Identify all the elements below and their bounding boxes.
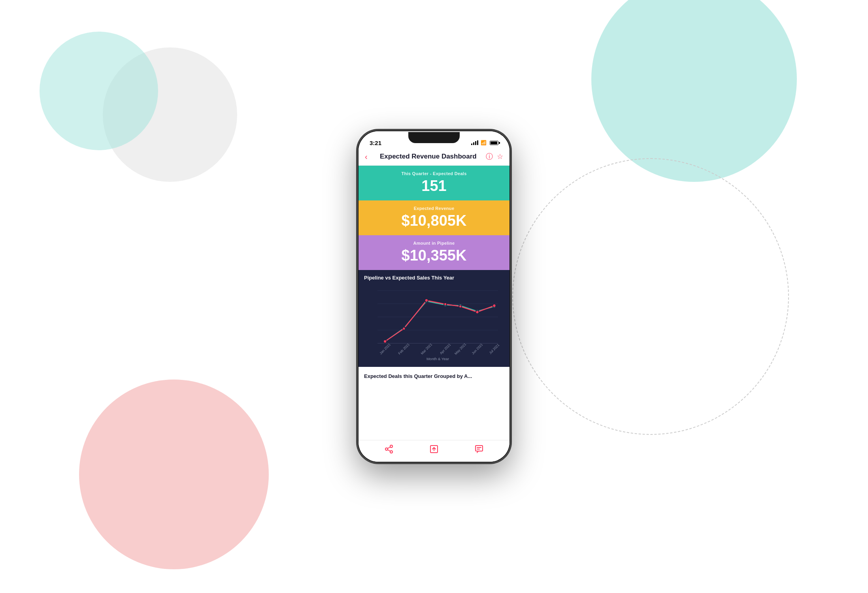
- svg-point-17: [459, 305, 462, 308]
- signal-icon: [471, 140, 478, 145]
- svg-point-14: [402, 327, 405, 330]
- bg-dashed-circle: [512, 158, 789, 435]
- chart-title: Pipeline vs Expected Sales This Year: [359, 270, 509, 283]
- status-time: 3:21: [370, 140, 381, 146]
- svg-point-18: [476, 311, 479, 314]
- revenue-label: Expected Revenue: [414, 206, 455, 211]
- phone-notch: [408, 132, 460, 143]
- phone-frame: 3:21 📶 ‹ Expected Revenu: [357, 130, 511, 463]
- comment-button[interactable]: [474, 444, 484, 454]
- pipeline-label: Amount in Pipeline: [413, 241, 455, 246]
- pipeline-card[interactable]: Amount in Pipeline $10,355K: [359, 235, 509, 270]
- bottom-section-title: Expected Deals this Quarter Grouped by A…: [364, 373, 472, 379]
- svg-text:Apr 2021: Apr 2021: [439, 343, 452, 355]
- phone-screen: 3:21 📶 ‹ Expected Revenu: [359, 131, 509, 462]
- bottom-section: Expected Deals this Quarter Grouped by A…: [359, 367, 509, 385]
- deals-card[interactable]: This Quarter - Expected Deals 151: [359, 166, 509, 200]
- battery-icon: [490, 141, 498, 145]
- phone-device: 3:21 📶 ‹ Expected Revenu: [357, 130, 511, 463]
- svg-point-15: [425, 299, 428, 302]
- chart-section: Pipeline vs Expected Sales This Year: [359, 270, 509, 367]
- app-header: ‹ Expected Revenue Dashboard ⓘ ☆: [359, 149, 509, 166]
- svg-text:Jul 2021: Jul 2021: [488, 343, 500, 355]
- revenue-card[interactable]: Expected Revenue $10,805K: [359, 200, 509, 235]
- svg-point-16: [444, 303, 447, 306]
- deals-value: 151: [421, 178, 446, 193]
- svg-text:Mar 2021: Mar 2021: [420, 342, 433, 355]
- svg-line-31: [388, 450, 391, 451]
- line-chart: Jan 2021 Feb 2021 Mar 2021 Apr 2021 May …: [362, 283, 506, 362]
- svg-text:Jun 2021: Jun 2021: [471, 342, 483, 355]
- pipeline-value: $10,355K: [402, 248, 467, 263]
- svg-text:Jan 2021: Jan 2021: [379, 342, 391, 355]
- page-title: Expected Revenue Dashboard: [371, 153, 486, 161]
- svg-text:May 2021: May 2021: [454, 342, 467, 356]
- revenue-value: $10,805K: [402, 213, 467, 228]
- svg-text:Month & Year: Month & Year: [426, 357, 449, 361]
- wifi-icon: 📶: [481, 140, 487, 145]
- bg-teal-circle: [591, 0, 797, 182]
- back-button[interactable]: ‹: [365, 152, 368, 161]
- svg-line-32: [388, 447, 391, 449]
- svg-rect-35: [476, 446, 483, 451]
- chart-container: Jan 2021 Feb 2021 Mar 2021 Apr 2021 May …: [359, 283, 509, 364]
- bg-pink-circle: [79, 380, 269, 569]
- status-icons: 📶: [471, 140, 498, 145]
- svg-text:Feb 2021: Feb 2021: [397, 342, 410, 355]
- share-button[interactable]: [384, 444, 394, 454]
- header-icons: ⓘ ☆: [486, 152, 503, 161]
- content-area: This Quarter - Expected Deals 151 Expect…: [359, 166, 509, 440]
- export-button[interactable]: [429, 444, 439, 454]
- bottom-nav: [359, 440, 509, 462]
- svg-point-13: [383, 340, 387, 343]
- svg-point-19: [493, 304, 496, 307]
- info-icon[interactable]: ⓘ: [486, 152, 493, 161]
- star-icon[interactable]: ☆: [497, 152, 503, 161]
- deals-label: This Quarter - Expected Deals: [401, 171, 466, 176]
- bg-teal-circle-left: [40, 32, 158, 150]
